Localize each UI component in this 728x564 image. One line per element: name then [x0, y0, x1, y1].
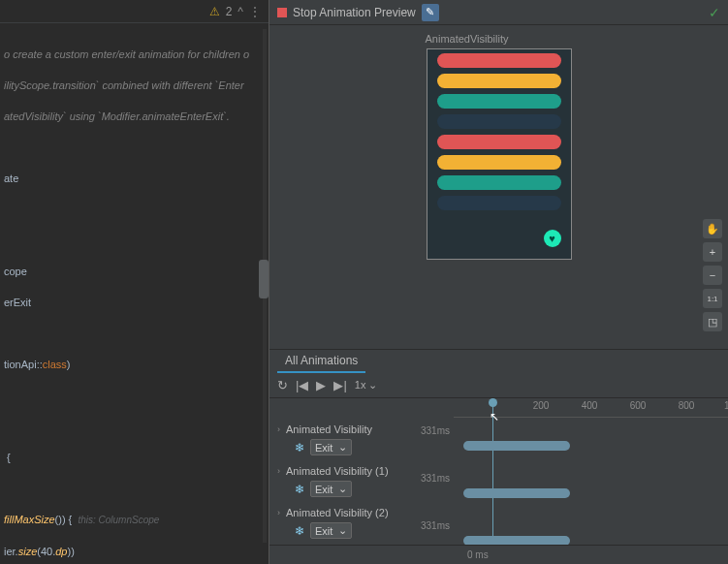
- code-line: o create a custom enter/exit animation f…: [4, 47, 265, 62]
- edit-icon[interactable]: ✎: [422, 4, 439, 21]
- bar-4: [437, 135, 561, 149]
- pan-tool-icon[interactable]: ✋: [703, 219, 722, 238]
- duration-label: 331ms: [411, 473, 450, 484]
- freeze-icon[interactable]: ❄: [295, 441, 304, 454]
- tick: 600: [630, 400, 647, 411]
- editor-menu-icon[interactable]: ⋮: [249, 5, 261, 18]
- tick: 1000: [724, 400, 728, 411]
- animation-tabs: All Animations: [269, 350, 728, 373]
- track-segment[interactable]: [463, 441, 570, 451]
- bar-3: [437, 114, 561, 129]
- track-name: Animated Visibility (2): [286, 507, 389, 518]
- warning-icon[interactable]: ⚠: [209, 5, 220, 18]
- code-line: ier.size(40.dp)): [4, 544, 265, 559]
- current-time: 0 ms: [467, 549, 489, 560]
- animation-inspector: All Animations ↻ |◀ ▶ ▶| 1x ⌄ ›Animated …: [269, 349, 728, 564]
- track-name: Animated Visibility (1): [286, 465, 389, 477]
- preview-canvas[interactable]: AnimatedVisibility ♥ ✋ + − 1:1 ◳: [269, 25, 728, 349]
- playhead-knob[interactable]: [489, 398, 497, 407]
- cursor-icon: ↖: [490, 410, 499, 423]
- composable-label: AnimatedVisibility: [426, 31, 572, 48]
- play-icon[interactable]: ▶: [316, 378, 326, 392]
- build-success-icon: ✓: [709, 5, 720, 20]
- track-row-0: ›Animated Visibility ❄Exit⌄: [269, 418, 454, 459]
- collapse-icon[interactable]: ^: [237, 5, 243, 18]
- playhead[interactable]: ↖: [492, 398, 493, 545]
- code-editor-pane: ⚠ 2 ^ ⋮ o create a custom enter/exit ani…: [0, 0, 269, 564]
- expand-icon[interactable]: ›: [277, 424, 280, 434]
- freeze-icon[interactable]: ❄: [295, 524, 304, 538]
- timeline-area: ›Animated Visibility ❄Exit⌄ ›Animated Vi…: [269, 398, 728, 545]
- freeze-icon[interactable]: ❄: [295, 483, 304, 496]
- code-line: tionApi::class): [4, 357, 265, 372]
- animated-bars: [427, 49, 571, 210]
- bar-0: [437, 53, 561, 68]
- code-line: cope: [4, 264, 265, 279]
- zoom-out-icon[interactable]: −: [703, 266, 722, 285]
- code-line: ate: [4, 171, 265, 186]
- canvas-tools: ✋ + − 1:1 ◳: [703, 219, 722, 331]
- code-line: fillMaxSize()) { this: ColumnScope: [4, 512, 265, 528]
- timeline-footer: 0 ms: [269, 545, 728, 564]
- tick: 200: [533, 400, 550, 411]
- editor-status-bar: ⚠ 2 ^ ⋮: [0, 0, 269, 23]
- expand-icon[interactable]: ›: [277, 508, 280, 517]
- preview-toolbar: Stop Animation Preview ✎ ✓: [269, 0, 728, 25]
- state-dropdown[interactable]: Exit⌄: [310, 522, 352, 539]
- state-dropdown[interactable]: Exit⌄: [310, 439, 352, 455]
- preview-title: Stop Animation Preview: [293, 6, 416, 19]
- bar-7: [437, 196, 561, 210]
- code-line: atedVisibility` using `Modifier.animateE…: [4, 109, 265, 124]
- bar-2: [437, 94, 561, 109]
- go-end-icon[interactable]: ▶|: [333, 378, 346, 392]
- track-segment[interactable]: [463, 488, 570, 498]
- bar-6: [437, 175, 561, 190]
- speed-label[interactable]: 1x ⌄: [355, 379, 378, 392]
- tick: 400: [582, 400, 598, 411]
- bar-5: [437, 155, 561, 170]
- stop-icon[interactable]: [277, 8, 287, 17]
- loop-icon[interactable]: ↻: [277, 378, 288, 392]
- device-frame: ♥: [427, 48, 572, 260]
- fab-heart[interactable]: ♥: [544, 230, 561, 247]
- expand-icon[interactable]: ›: [277, 466, 280, 476]
- go-start-icon[interactable]: |◀: [296, 378, 308, 392]
- code-line: erExit: [4, 295, 265, 310]
- zoom-reset-icon[interactable]: 1:1: [703, 289, 722, 308]
- tick: 800: [679, 400, 695, 411]
- warning-count: 2: [226, 5, 233, 18]
- tab-all-animations[interactable]: All Animations: [277, 350, 365, 373]
- code-line: ilityScope.transition` combined with dif…: [4, 78, 265, 93]
- duration-label: 331ms: [411, 425, 450, 436]
- bar-1: [437, 74, 561, 88]
- timeline-grid[interactable]: 200 400 600 800 1000 ↖ 331ms 331ms 331ms: [454, 398, 728, 545]
- code-content[interactable]: o create a custom enter/exit animation f…: [0, 23, 269, 564]
- crop-icon[interactable]: ◳: [703, 312, 722, 331]
- duration-label: 331ms: [411, 520, 450, 531]
- code-line: {: [4, 450, 265, 465]
- preview-and-animation-pane: Stop Animation Preview ✎ ✓ AnimatedVisib…: [269, 0, 728, 564]
- state-dropdown[interactable]: Exit⌄: [310, 481, 352, 497]
- track-name: Animated Visibility: [286, 423, 372, 435]
- zoom-in-icon[interactable]: +: [703, 242, 722, 262]
- track-segment[interactable]: [463, 536, 570, 545]
- transport-controls: ↻ |◀ ▶ ▶| 1x ⌄: [269, 373, 728, 398]
